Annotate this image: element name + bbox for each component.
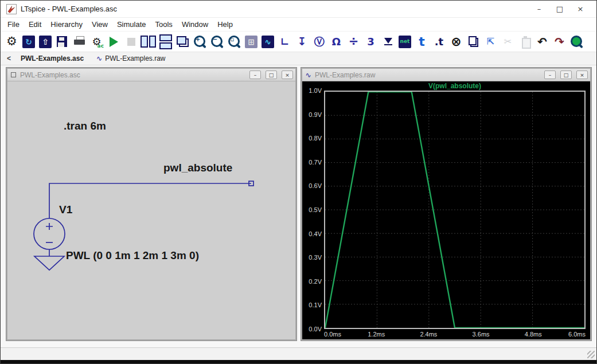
place-diode-icon[interactable] — [380, 34, 396, 50]
schematic-minimize-button[interactable]: – — [249, 71, 261, 79]
trace-title[interactable]: V(pwl_absolute) — [324, 82, 586, 90]
tab-schematic-label: PWL-Examples.asc — [21, 54, 84, 62]
minimize-button[interactable]: – — [529, 5, 549, 13]
waveform-pane-icon[interactable]: ∿ — [262, 36, 274, 48]
maximize-button[interactable]: □ — [549, 5, 570, 13]
tab-waveform[interactable]: ∿ PWL-Examples.raw — [92, 53, 170, 64]
menu-hierarchy[interactable]: Hierarchy — [46, 18, 87, 30]
tile-vertical-icon[interactable] — [141, 34, 156, 50]
back-chevron[interactable]: < — [5, 54, 13, 62]
schematic-icon — [11, 72, 16, 77]
component-value-text[interactable]: PWL (0 0 1m 1 2m 1 3m 0) — [66, 249, 199, 262]
ltspice-logo-icon — [6, 4, 17, 14]
menubar: FileEditHierarchyViewSimulateToolsWindow… — [1, 18, 596, 32]
y-tick-label: 0.5V — [309, 206, 322, 213]
menu-help[interactable]: Help — [213, 18, 237, 30]
x-tick-label: 0.0ms — [324, 331, 341, 338]
paste-icon[interactable] — [517, 34, 533, 50]
y-tick-label: 1.0V — [309, 87, 322, 94]
search-icon[interactable] — [569, 34, 584, 50]
tab-schematic[interactable]: PWL-Examples.asc — [16, 53, 88, 64]
menu-simulate[interactable]: Simulate — [112, 18, 151, 30]
schematic-drawing — [7, 81, 295, 339]
plus-mark — [46, 223, 53, 230]
x-axis-labels: 0.0ms1.2ms2.4ms3.6ms4.8ms6.0ms — [324, 331, 586, 339]
menu-edit[interactable]: Edit — [24, 18, 46, 30]
run-icon[interactable] — [106, 34, 122, 50]
schematic-window-titlebar[interactable]: PWL-Examples.asc – □ × — [7, 69, 295, 81]
schematic-window: PWL-Examples.asc – □ × .tran 6m pwl_abso… — [6, 68, 296, 340]
mdi-area: PWL-Examples.asc – □ × .tran 6m pwl_abso… — [1, 65, 596, 347]
net-label-text[interactable]: pwl_absolute — [163, 162, 232, 174]
grid-lines — [325, 92, 584, 328]
y-tick-label: 0.1V — [309, 302, 322, 308]
spice-directive-icon[interactable]: .t — [431, 34, 447, 50]
zoom-in-icon[interactable]: + — [192, 34, 208, 50]
label-net-icon[interactable]: net — [399, 36, 411, 48]
x-tick-label: 3.6ms — [473, 331, 490, 338]
move-icon[interactable]: ⇱ — [483, 34, 498, 50]
undo-icon[interactable]: ↶ — [534, 34, 550, 50]
y-tick-label: 0.3V — [309, 254, 322, 261]
menu-file[interactable]: File — [3, 18, 24, 30]
waveform-plot-svg[interactable] — [325, 92, 584, 328]
draw-wire-icon[interactable]: ∟ — [277, 34, 292, 50]
cut-icon[interactable]: ✂ — [500, 34, 516, 50]
new-schematic-icon[interactable]: ↻ — [22, 36, 35, 48]
waveform-close-button[interactable]: × — [576, 71, 588, 79]
component-ref-text[interactable]: V1 — [59, 203, 72, 216]
menu-view[interactable]: View — [87, 18, 112, 30]
net-wire — [49, 183, 251, 218]
place-resistor-icon[interactable]: Ω — [329, 34, 344, 50]
plot-frame[interactable] — [324, 91, 586, 329]
duplicate-icon[interactable] — [466, 34, 481, 50]
waveform-maximize-button[interactable]: □ — [560, 71, 572, 79]
window-border-bottom — [1, 360, 596, 363]
waveform-window: ∿ PWL-Examples.raw – □ × V(pwl_absolute)… — [301, 68, 591, 340]
resize-grip[interactable] — [587, 351, 595, 358]
window-controls: – □ × — [529, 5, 591, 13]
statusbar — [1, 347, 596, 360]
redo-icon[interactable]: ↷ — [552, 34, 567, 50]
waveform-minimize-button[interactable]: – — [544, 71, 556, 79]
menu-window[interactable]: Window — [177, 18, 213, 30]
pan-icon[interactable]: ⊞ — [245, 36, 257, 48]
y-tick-label: 0.7V — [309, 159, 322, 166]
place-text-icon[interactable]: t — [414, 34, 430, 50]
halt-icon[interactable] — [123, 34, 139, 50]
schematic-canvas[interactable]: .tran 6m pwl_absolute V1 PWL (0 0 1m 1 2… — [7, 81, 295, 339]
spice-directive-text[interactable]: .tran 6m — [64, 120, 106, 132]
waveform-icon: ∿ — [305, 71, 312, 79]
y-tick-label: 0.6V — [309, 182, 322, 189]
tab-waveform-label: PWL-Examples.raw — [105, 54, 165, 62]
y-tick-label: 0.9V — [309, 111, 322, 118]
simulation-command-icon[interactable]: ⚙ac — [89, 34, 104, 50]
delete-icon[interactable]: ⊗ — [448, 34, 464, 50]
menu-tools[interactable]: Tools — [151, 18, 177, 30]
schematic-maximize-button[interactable]: □ — [266, 71, 277, 79]
zoom-out-icon[interactable]: − — [209, 34, 225, 50]
titlebar: LTspice - PWL-Examples.asc – □ × — [1, 1, 596, 18]
print-icon[interactable] — [72, 34, 87, 50]
y-tick-label: 0.0V — [309, 326, 322, 332]
x-tick-label: 2.4ms — [420, 331, 437, 338]
place-capacitor-icon[interactable]: ÷ — [346, 34, 361, 50]
waveform-panel: V(pwl_absolute) 0.0V0.1V0.2V0.3V0.4V0.5V… — [302, 81, 590, 339]
schematic-window-title: PWL-Examples.asc — [20, 71, 245, 79]
control-panel-icon[interactable]: ⚙ — [4, 34, 19, 50]
ground-symbol — [34, 256, 64, 270]
y-tick-label: 0.8V — [309, 135, 322, 142]
cascade-windows-icon[interactable] — [175, 34, 190, 50]
close-button[interactable]: × — [570, 5, 591, 13]
y-tick-label: 0.4V — [309, 230, 322, 237]
place-ground-icon[interactable]: ↧ — [294, 34, 310, 50]
schematic-close-button[interactable]: × — [282, 71, 293, 79]
zoom-full-extents-icon[interactable]: ▫ — [227, 34, 242, 50]
y-axis-labels: 0.0V0.1V0.2V0.3V0.4V0.5V0.6V0.7V0.8V0.9V… — [302, 91, 323, 329]
open-icon[interactable]: ⇧ — [39, 36, 52, 48]
place-inductor-icon[interactable]: 3 — [363, 34, 379, 50]
waveform-window-titlebar[interactable]: ∿ PWL-Examples.raw – □ × — [302, 69, 590, 81]
place-component-icon[interactable]: Ⓥ — [311, 34, 327, 50]
tile-horizontal-icon[interactable] — [158, 34, 173, 50]
save-icon[interactable] — [54, 34, 70, 50]
